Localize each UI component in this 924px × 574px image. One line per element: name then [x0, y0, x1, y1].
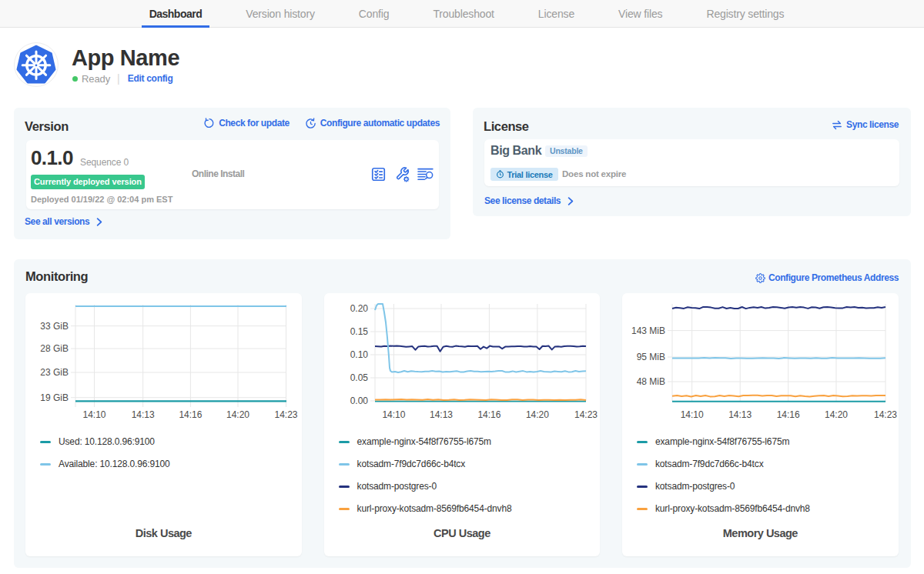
- svg-text:0.05: 0.05: [350, 372, 368, 383]
- svg-text:23 GiB: 23 GiB: [40, 367, 69, 378]
- svg-text:14:20: 14:20: [226, 409, 249, 420]
- svg-text:14:10: 14:10: [382, 409, 405, 420]
- svg-text:28 GiB: 28 GiB: [40, 343, 69, 354]
- svg-text:143 MiB: 143 MiB: [631, 325, 665, 336]
- svg-text:14:23: 14:23: [274, 409, 297, 420]
- svg-text:0.00: 0.00: [350, 395, 368, 406]
- svg-text:14:23: 14:23: [874, 409, 897, 420]
- svg-text:14:23: 14:23: [574, 409, 598, 420]
- svg-text:14:16: 14:16: [477, 409, 500, 420]
- svg-text:14:10: 14:10: [681, 409, 704, 420]
- svg-text:14:10: 14:10: [82, 409, 105, 420]
- svg-text:14:13: 14:13: [132, 409, 155, 420]
- svg-text:0.10: 0.10: [350, 349, 368, 360]
- svg-text:14:20: 14:20: [525, 409, 548, 420]
- svg-text:14:16: 14:16: [179, 409, 202, 420]
- svg-text:0.20: 0.20: [350, 303, 368, 314]
- svg-text:14:13: 14:13: [728, 409, 752, 420]
- svg-text:33 GiB: 33 GiB: [40, 321, 69, 332]
- svg-text:0.15: 0.15: [350, 326, 368, 337]
- svg-text:95 MiB: 95 MiB: [637, 352, 665, 362]
- svg-text:14:20: 14:20: [825, 409, 848, 420]
- svg-text:14:16: 14:16: [777, 409, 800, 420]
- svg-text:14:13: 14:13: [430, 409, 453, 420]
- svg-text:19 GiB: 19 GiB: [40, 392, 69, 403]
- svg-text:48 MiB: 48 MiB: [637, 376, 665, 387]
